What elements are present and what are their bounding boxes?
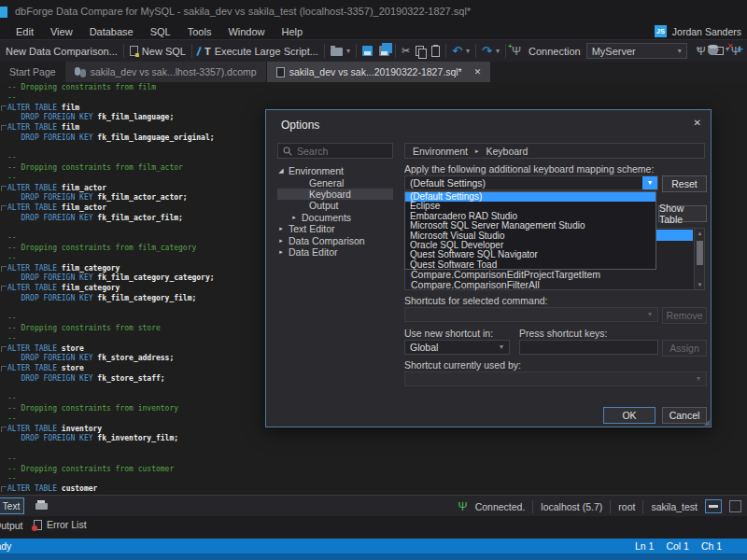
scroll-up-icon[interactable]: ▲ <box>695 231 705 236</box>
menu-database[interactable]: Database <box>81 25 142 39</box>
tree-expanded-icon[interactable]: ◢ <box>277 167 285 175</box>
error-list-icon <box>34 520 42 530</box>
database-icon[interactable] <box>708 45 718 55</box>
connection-host[interactable]: localhost (5.7) <box>541 501 602 512</box>
redo-button[interactable]: ↷ ▾ <box>482 45 500 57</box>
breadcrumb-section[interactable]: Environment <box>413 146 468 157</box>
execute-large-script-button[interactable]: T Execute Large Script... <box>198 46 318 57</box>
tree-collapsed-icon[interactable]: ▸ <box>277 225 285 232</box>
ok-button[interactable]: OK <box>603 407 655 424</box>
code-line: -- Dropping constraints from film <box>7 83 747 93</box>
tab-start-page[interactable]: Start Page <box>0 62 65 82</box>
add-icon[interactable]: + <box>737 44 743 55</box>
separator <box>610 500 611 513</box>
scheme-combobox-button[interactable]: ▾ <box>642 176 657 189</box>
menu-edit[interactable]: Edit <box>7 25 42 39</box>
menu-help[interactable]: Help <box>274 25 312 39</box>
shortcut-used-by-combobox-button[interactable]: ▾ <box>691 372 706 385</box>
save-all-button[interactable] <box>379 46 389 56</box>
use-new-shortcut-combobox-button[interactable]: ▾ <box>494 341 509 354</box>
cut-button[interactable]: ✂ <box>402 46 410 56</box>
scroll-down-icon[interactable]: ▼ <box>695 282 705 287</box>
dialog-close-icon[interactable]: ✕ <box>694 118 701 128</box>
tree-item-data-editor[interactable]: ▸Data Editor <box>277 246 393 258</box>
print-icon[interactable] <box>35 503 48 510</box>
scheme-option-quest-software-toad[interactable]: Quest Software Toad <box>405 260 655 270</box>
tree-collapsed-icon[interactable]: ▸ <box>277 248 285 256</box>
connection-database[interactable]: sakila_test <box>651 501 698 512</box>
use-new-shortcut-combobox[interactable]: Global ▾ <box>404 340 510 355</box>
command-item[interactable]: Compare.ComparisonFilterAll <box>411 279 540 290</box>
tab-output[interactable]: Output <box>0 520 23 531</box>
titlebar: dbForge Data Compare for MySQL - sakila_… <box>0 0 747 24</box>
menu-tools[interactable]: Tools <box>179 25 220 39</box>
command-list-scrollbar[interactable]: ▲ ▼ <box>694 229 704 289</box>
scheme-option-microsoft-sql-server-management-studio[interactable]: Microsoft SQL Server Management Studio <box>405 221 655 231</box>
user-avatar[interactable]: JS <box>655 25 667 37</box>
layout-toggle-icon[interactable] <box>729 500 741 512</box>
save-button[interactable] <box>362 46 373 56</box>
scheme-option-quest-software-sql-navigator[interactable]: Quest Software SQL Navigator <box>405 250 655 259</box>
tab-sql-script[interactable]: sakila_dev vs sak...20190322-1827.sql* ✕ <box>267 62 491 82</box>
shortcuts-combobox-button[interactable]: ▾ <box>642 308 657 321</box>
menu-window[interactable]: Window <box>219 25 273 39</box>
chevron-down-icon[interactable]: ▾ <box>346 48 350 55</box>
new-connection-button[interactable]: +Ψ <box>512 46 521 57</box>
show-table-button[interactable]: Show Table <box>658 205 707 222</box>
scheme-option-eclipse[interactable]: Eclipse <box>405 202 655 211</box>
press-shortcut-keys-label: Press shortcut keys: <box>519 328 608 339</box>
new-data-comparison-button[interactable]: New Data Comparison... <box>6 46 118 57</box>
paste-button[interactable] <box>431 46 440 57</box>
resize-grip[interactable]: ◢ <box>704 419 710 427</box>
shortcut-used-by-combobox[interactable]: ▾ <box>404 371 707 386</box>
options-search-input[interactable]: Search <box>277 143 393 159</box>
user-box[interactable]: JS Jordan Sanders <box>655 25 741 37</box>
chevron-down-icon[interactable]: ▾ <box>466 48 470 55</box>
tree-collapsed-icon[interactable]: ▸ <box>277 237 285 245</box>
apply-scheme-label: Apply the following additional keyboard … <box>404 163 654 175</box>
chevron-down-icon: ▾ <box>500 343 503 351</box>
scheme-combobox[interactable]: (Default Settings) ▾ <box>404 175 658 190</box>
tree-item-label: Documents <box>302 212 351 223</box>
new-sql-button[interactable]: New SQL <box>130 46 186 57</box>
menu-sql[interactable]: SQL <box>142 25 179 39</box>
tree-item-keyboard[interactable]: Keyboard <box>277 189 393 200</box>
tab-error-list[interactable]: Error List <box>34 519 87 530</box>
remove-button[interactable]: Remove <box>662 307 707 324</box>
connection-select[interactable]: MyServer ▾ <box>586 43 687 59</box>
toolbar-overflow-icon[interactable]: ▾ <box>726 46 729 53</box>
tab-dcomp[interactable]: sakila_dev vs sak...lhost-3357).dcomp <box>65 62 267 82</box>
tree-item-text-editor[interactable]: ▸Text Editor <box>277 223 393 234</box>
text-view-button[interactable]: Text <box>0 497 24 514</box>
scheme-option-oracle-sql-developer[interactable]: Oracle SQL Developer <box>405 241 655 250</box>
tree-item-general[interactable]: General <box>277 176 393 188</box>
connection-user[interactable]: root <box>618 501 635 512</box>
tree-item-output[interactable]: Output <box>277 200 393 211</box>
shortcuts-combobox[interactable]: ▾ <box>404 307 658 322</box>
open-file-button[interactable]: ▾ <box>331 46 350 56</box>
undo-button[interactable]: ↶ ▾ <box>452 45 470 57</box>
scheme-option-default-settings[interactable]: (Default Settings) <box>405 192 655 202</box>
scheme-option-microsoft-visual-studio[interactable]: Microsoft Visual Studio <box>405 231 655 241</box>
assign-button[interactable]: Assign <box>662 340 707 357</box>
tree-collapsed-icon[interactable]: ▸ <box>290 214 298 221</box>
menu-view[interactable]: View <box>42 25 81 39</box>
app-window: dbForge Data Compare for MySQL - sakila_… <box>0 0 747 560</box>
cancel-button[interactable]: Cancel <box>662 407 707 424</box>
reset-button[interactable]: Reset <box>662 175 707 192</box>
editor-view-toggle-icon[interactable] <box>705 499 722 513</box>
tool-window-tabs: Output Error List <box>0 516 747 539</box>
toolbar-overflow-icon[interactable]: ▾ <box>697 46 700 53</box>
scheme-option-embarcadero-rad-studio[interactable]: Embarcadero RAD Studio <box>405 212 655 221</box>
document-statusbar: Text Ψ Connected. localhost (5.7) root s… <box>0 495 747 516</box>
tree-item-environment[interactable]: ◢Environment <box>277 165 393 176</box>
copy-button[interactable] <box>416 46 426 57</box>
press-shortcut-keys-input[interactable] <box>519 340 658 355</box>
chevron-down-icon[interactable]: ▾ <box>496 48 500 55</box>
chevron-down-icon: ▾ <box>697 375 700 383</box>
close-tab-icon[interactable]: ✕ <box>474 67 482 77</box>
tree-item-documents[interactable]: ▸Documents <box>277 212 393 223</box>
scrollbar-thumb[interactable] <box>697 241 703 265</box>
tree-item-data-comparison[interactable]: ▸Data Comparison <box>277 234 393 245</box>
window-title: dbForge Data Compare for MySQL - sakila_… <box>15 6 471 17</box>
